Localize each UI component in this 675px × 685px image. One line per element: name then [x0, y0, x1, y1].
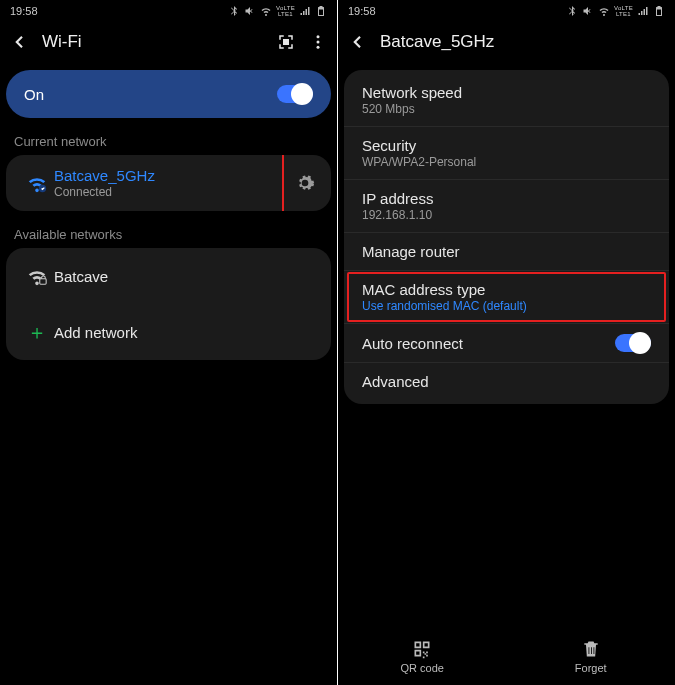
mute-icon — [582, 5, 594, 17]
ip-key: IP address — [362, 190, 433, 207]
auto-key: Auto reconnect — [362, 335, 463, 352]
current-network-card: Batcave_5GHz Connected — [6, 155, 331, 211]
section-current-label: Current network — [0, 128, 337, 155]
available-networks-card: Batcave ＋ Add network — [6, 248, 331, 360]
wifi-icon — [260, 5, 272, 17]
forget-label: Forget — [575, 662, 607, 674]
back-icon[interactable] — [348, 33, 366, 51]
signal-icon — [299, 5, 311, 17]
status-bar: 19:58 VoLTELTE1 — [338, 0, 675, 22]
speed-key: Network speed — [362, 84, 462, 101]
wifi-icon — [598, 5, 610, 17]
status-time: 19:58 — [348, 5, 376, 17]
qr-code-button[interactable]: QR code — [338, 627, 507, 685]
bluetooth-icon — [228, 5, 240, 17]
speed-val: 520 Mbps — [362, 102, 462, 116]
status-icons: VoLTELTE1 — [228, 5, 327, 17]
more-icon[interactable] — [309, 33, 327, 51]
svg-point-3 — [39, 185, 46, 192]
status-time: 19:58 — [10, 5, 38, 17]
mute-icon — [244, 5, 256, 17]
manage-key: Manage router — [362, 243, 460, 260]
svg-rect-4 — [40, 279, 46, 285]
battery-icon — [315, 5, 327, 17]
qr-scan-icon[interactable] — [277, 33, 295, 51]
section-available-label: Available networks — [0, 221, 337, 248]
current-network-row[interactable]: Batcave_5GHz Connected — [6, 155, 331, 211]
available-network-row[interactable]: Batcave — [6, 248, 331, 304]
qr-icon — [412, 639, 432, 659]
add-network-label: Add network — [54, 324, 317, 341]
wifi-header: Wi-Fi — [0, 22, 337, 62]
svg-point-2 — [317, 46, 320, 49]
row-network-speed: Network speed 520 Mbps — [344, 74, 669, 127]
auto-reconnect-toggle[interactable] — [615, 334, 651, 352]
network-settings-button[interactable] — [293, 171, 317, 195]
plus-icon: ＋ — [20, 322, 54, 342]
status-icons: VoLTELTE1 — [566, 5, 665, 17]
security-val: WPA/WPA2-Personal — [362, 155, 476, 169]
network-detail-header: Batcave_5GHz — [338, 22, 675, 62]
wifi-toggle-label: On — [24, 86, 44, 103]
add-network-row[interactable]: ＋ Add network — [6, 304, 331, 360]
status-bar: 19:58 VoLTELTE1 — [0, 0, 337, 22]
phone-right: 19:58 VoLTELTE1 Batcave_5GHz Network spe… — [338, 0, 675, 685]
adv-key: Advanced — [362, 373, 429, 390]
row-security: Security WPA/WPA2-Personal — [344, 127, 669, 180]
toggle-on-icon[interactable] — [277, 85, 313, 103]
wifi-master-toggle[interactable]: On — [6, 70, 331, 118]
row-mac-type[interactable]: MAC address type Use randomised MAC (def… — [344, 271, 669, 324]
wifi-connected-icon — [20, 172, 54, 194]
ip-val: 192.168.1.10 — [362, 208, 433, 222]
security-key: Security — [362, 137, 476, 154]
divider — [282, 172, 283, 194]
row-auto-reconnect[interactable]: Auto reconnect — [344, 324, 669, 363]
header-title: Batcave_5GHz — [380, 32, 494, 52]
mac-key: MAC address type — [362, 281, 527, 298]
svg-point-1 — [317, 41, 320, 44]
forget-button[interactable]: Forget — [507, 627, 676, 685]
row-ip: IP address 192.168.1.10 — [344, 180, 669, 233]
back-icon[interactable] — [10, 33, 28, 51]
qr-label: QR code — [401, 662, 444, 674]
mac-val: Use randomised MAC (default) — [362, 299, 527, 313]
phone-left: 19:58 VoLTELTE1 Wi-Fi On Current network… — [0, 0, 337, 685]
battery-icon — [653, 5, 665, 17]
network-label: VoLTELTE1 — [614, 5, 633, 17]
wifi-secure-icon — [20, 265, 54, 287]
available-ssid: Batcave — [54, 268, 317, 285]
header-title: Wi-Fi — [42, 32, 82, 52]
bluetooth-icon — [566, 5, 578, 17]
current-status: Connected — [54, 185, 272, 199]
trash-icon — [581, 639, 601, 659]
network-detail-card: Network speed 520 Mbps Security WPA/WPA2… — [344, 70, 669, 404]
row-manage-router[interactable]: Manage router — [344, 233, 669, 271]
row-advanced[interactable]: Advanced — [344, 363, 669, 400]
svg-point-0 — [317, 35, 320, 38]
signal-icon — [637, 5, 649, 17]
current-ssid: Batcave_5GHz — [54, 167, 272, 184]
bottom-actions: QR code Forget — [338, 627, 675, 685]
network-label: VoLTELTE1 — [276, 5, 295, 17]
